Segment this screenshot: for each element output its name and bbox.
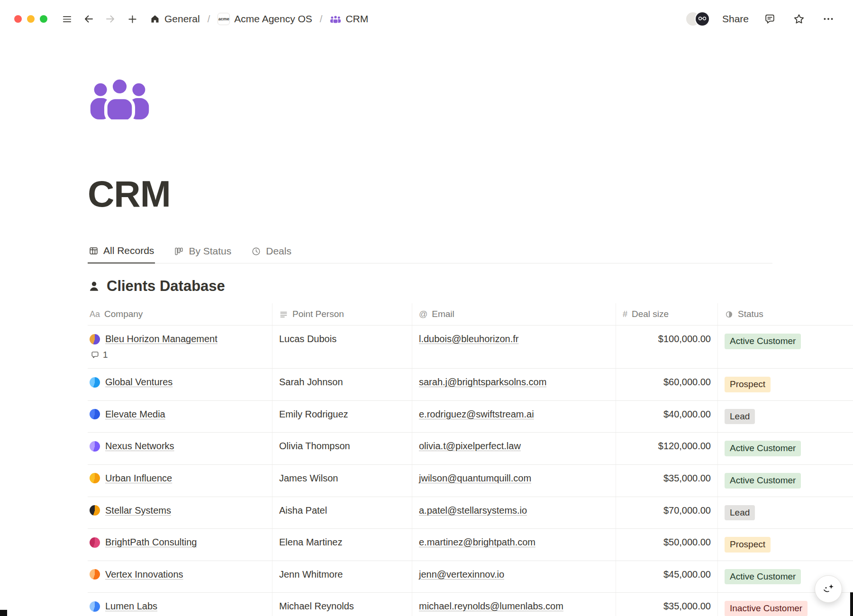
company-link[interactable]: Stellar Systems <box>105 505 171 516</box>
status-badge[interactable]: Active Customer <box>725 441 801 456</box>
forward-icon[interactable] <box>102 11 118 27</box>
email-cell[interactable]: sarah.j@brightsparksolns.com <box>412 369 616 400</box>
status-badge[interactable]: Prospect <box>725 377 771 392</box>
tab-by-status[interactable]: By Status <box>173 241 232 263</box>
email-link[interactable]: jwilson@quantumquill.com <box>419 473 531 483</box>
point-person-cell[interactable]: James Wilson <box>272 465 412 497</box>
email-cell[interactable]: michael.reynolds@lumenlabs.com <box>412 593 616 616</box>
close-window-button[interactable] <box>14 15 22 23</box>
company-cell[interactable]: Elevate Media <box>88 401 272 433</box>
email-cell[interactable]: jwilson@quantumquill.com <box>412 465 616 497</box>
table-row[interactable]: Elevate Media Emily Rodriguez e.rodrigue… <box>88 401 853 433</box>
column-header-email[interactable]: @ Email <box>412 303 616 325</box>
company-cell[interactable]: Global Ventures <box>88 369 272 400</box>
table-row[interactable]: Global Ventures Sarah Johnson sarah.j@br… <box>88 369 853 401</box>
page-icon-people[interactable] <box>88 76 154 119</box>
company-cell[interactable]: BrightPath Consulting <box>88 529 272 561</box>
company-link[interactable]: Vertex Innovations <box>105 569 183 580</box>
status-cell[interactable]: Active Customer <box>718 326 853 368</box>
minimize-window-button[interactable] <box>27 15 35 23</box>
company-cell[interactable]: Nexus Networks <box>88 433 272 464</box>
company-link[interactable]: BrightPath Consulting <box>105 537 197 548</box>
table-row[interactable]: Lumen Labs Michael Reynolds michael.reyn… <box>88 593 853 616</box>
point-person-cell[interactable]: Lucas Dubois <box>272 326 412 368</box>
more-options-icon[interactable] <box>820 10 837 27</box>
deal-size-cell[interactable]: $35,000.00 <box>616 593 718 616</box>
company-cell[interactable]: Stellar Systems <box>88 497 272 529</box>
company-cell[interactable]: Lumen Labs <box>88 593 272 616</box>
company-link[interactable]: Bleu Horizon Management <box>105 334 218 344</box>
deal-size-cell[interactable]: $50,000.00 <box>616 529 718 561</box>
status-cell[interactable]: Active Customer <box>718 465 853 497</box>
email-link[interactable]: e.rodriguez@swiftstream.ai <box>419 409 534 419</box>
tab-deals[interactable]: Deals <box>250 241 292 263</box>
point-person-cell[interactable]: Olivia Thompson <box>272 433 412 464</box>
deal-size-cell[interactable]: $120,000.00 <box>616 433 718 464</box>
email-link[interactable]: l.dubois@bleuhorizon.fr <box>419 334 518 344</box>
column-header-company[interactable]: Aa Company <box>88 303 272 325</box>
zoom-window-button[interactable] <box>40 15 47 23</box>
breadcrumb-general[interactable]: General <box>147 11 203 27</box>
comments-icon[interactable] <box>761 10 778 27</box>
deal-size-cell[interactable]: $100,000.00 <box>616 326 718 368</box>
company-link[interactable]: Elevate Media <box>105 409 165 420</box>
status-cell[interactable]: Lead <box>718 497 853 529</box>
company-link[interactable]: Global Ventures <box>105 377 172 388</box>
email-link[interactable]: a.patel@stellarsystems.io <box>419 505 527 516</box>
deal-size-cell[interactable]: $45,000.00 <box>616 561 718 593</box>
breadcrumb-acme-agency-os[interactable]: acme Acme Agency OS <box>215 11 315 27</box>
deal-size-cell[interactable]: $70,000.00 <box>616 497 718 529</box>
breadcrumb-crm[interactable]: CRM <box>327 11 371 27</box>
point-person-cell[interactable]: Jenn Whitmore <box>272 561 412 593</box>
table-row[interactable]: Vertex Innovations Jenn Whitmore jenn@ve… <box>88 561 853 593</box>
status-cell[interactable]: Prospect <box>718 529 853 561</box>
email-cell[interactable]: a.patel@stellarsystems.io <box>412 497 616 529</box>
status-badge[interactable]: Prospect <box>725 537 771 553</box>
status-cell[interactable]: Lead <box>718 401 853 433</box>
point-person-cell[interactable]: Sarah Johnson <box>272 369 412 400</box>
email-cell[interactable]: e.martinez@brightpath.com <box>412 529 616 561</box>
status-badge[interactable]: Active Customer <box>725 334 801 349</box>
point-person-cell[interactable]: Elena Martinez <box>272 529 412 561</box>
share-button[interactable]: Share <box>722 13 749 25</box>
avatar[interactable] <box>695 11 710 27</box>
email-link[interactable]: olivia.t@pixelperfect.law <box>419 441 521 451</box>
table-row[interactable]: Urban Influence James Wilson jwilson@qua… <box>88 465 853 497</box>
email-cell[interactable]: jenn@vertexinnov.io <box>412 561 616 593</box>
status-badge[interactable]: Inactive Customer <box>725 601 808 616</box>
email-link[interactable]: e.martinez@brightpath.com <box>419 537 535 547</box>
email-cell[interactable]: l.dubois@bleuhorizon.fr <box>412 326 616 368</box>
company-link[interactable]: Urban Influence <box>105 473 172 484</box>
status-badge[interactable]: Active Customer <box>725 569 801 585</box>
table-row[interactable]: Nexus Networks Olivia Thompson olivia.t@… <box>88 433 853 465</box>
collaborator-avatars[interactable] <box>690 11 710 27</box>
table-row[interactable]: BrightPath Consulting Elena Martinez e.m… <box>88 529 853 561</box>
status-badge[interactable]: Lead <box>725 409 755 425</box>
status-cell[interactable]: Prospect <box>718 369 853 400</box>
company-link[interactable]: Nexus Networks <box>105 441 174 452</box>
status-badge[interactable]: Active Customer <box>725 473 801 489</box>
favorite-star-icon[interactable] <box>790 10 808 27</box>
deal-size-cell[interactable]: $40,000.00 <box>616 401 718 433</box>
email-link[interactable]: jenn@vertexinnov.io <box>419 569 504 580</box>
point-person-cell[interactable]: Aisha Patel <box>272 497 412 529</box>
back-icon[interactable] <box>81 11 97 27</box>
deal-size-cell[interactable]: $60,000.00 <box>616 369 718 400</box>
company-cell[interactable]: Vertex Innovations <box>88 561 272 593</box>
column-header-point-person[interactable]: Point Person <box>272 303 412 325</box>
column-header-status[interactable]: Status <box>718 303 853 325</box>
notion-ai-button[interactable] <box>815 575 842 603</box>
email-cell[interactable]: olivia.t@pixelperfect.law <box>412 433 616 464</box>
company-link[interactable]: Lumen Labs <box>105 601 157 612</box>
tab-all-records[interactable]: All Records <box>88 241 155 263</box>
point-person-cell[interactable]: Emily Rodriguez <box>272 401 412 433</box>
table-row[interactable]: Stellar Systems Aisha Patel a.patel@stel… <box>88 497 853 529</box>
email-cell[interactable]: e.rodriguez@swiftstream.ai <box>412 401 616 433</box>
company-cell[interactable]: Urban Influence <box>88 465 272 497</box>
status-badge[interactable]: Lead <box>725 505 755 521</box>
new-page-icon[interactable] <box>124 11 140 27</box>
table-row[interactable]: Bleu Horizon Management 1 Lucas Dubois l… <box>88 326 853 369</box>
company-cell[interactable]: Bleu Horizon Management 1 <box>88 326 272 368</box>
email-link[interactable]: michael.reynolds@lumenlabs.com <box>419 601 563 611</box>
company-comments[interactable]: 1 <box>90 350 265 360</box>
